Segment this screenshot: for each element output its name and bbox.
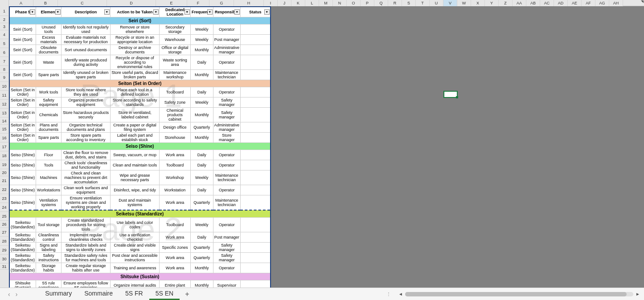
- cell[interactable]: Work area: [160, 232, 191, 242]
- cell[interactable]: [241, 242, 271, 252]
- cell[interactable]: [241, 45, 271, 55]
- column-header-AD[interactable]: AD: [554, 0, 568, 6]
- cell[interactable]: Storehouse: [160, 133, 191, 143]
- cell[interactable]: [241, 133, 271, 143]
- column-header-K[interactable]: K: [291, 0, 305, 6]
- cell[interactable]: Safety instructions: [36, 252, 62, 263]
- row-header-5[interactable]: 5: [0, 39, 9, 48]
- cell[interactable]: Organize protective equipment: [62, 97, 111, 108]
- row-header-1[interactable]: 1: [0, 6, 9, 16]
- cell[interactable]: [241, 24, 271, 35]
- cell[interactable]: Training and awareness: [111, 263, 160, 273]
- column-header-AG[interactable]: AG: [595, 0, 609, 6]
- row-header-20[interactable]: 20: [0, 169, 9, 176]
- column-header-S[interactable]: S: [402, 0, 416, 6]
- row-header-21[interactable]: 21: [0, 176, 9, 185]
- cell[interactable]: Operator: [213, 24, 241, 35]
- cell[interactable]: Operator: [213, 160, 241, 170]
- cell[interactable]: Secondary storage: [160, 24, 191, 35]
- cell[interactable]: Floor: [36, 150, 62, 160]
- column-header-AE[interactable]: AE: [568, 0, 582, 6]
- cell[interactable]: Chemicals: [36, 108, 62, 122]
- row-header-31[interactable]: 31: [0, 264, 9, 270]
- filter-dropdown-icon[interactable]: ▾: [30, 9, 35, 15]
- data-table[interactable]: Phase 5▾Element▾Description▾Action to be…: [9, 6, 271, 288]
- cell[interactable]: Weekly: [191, 170, 213, 185]
- cell[interactable]: Seiton (Set in Order): [9, 108, 36, 122]
- table-row[interactable]: Seiso (Shine)MachinesCheck and clean mac…: [9, 170, 271, 185]
- column-header-A[interactable]: A: [9, 0, 33, 6]
- table-row[interactable]: Seiso (Shine)FloorClean the floor to rem…: [9, 150, 271, 160]
- cell[interactable]: Post clear and accessible instructions: [111, 252, 160, 263]
- table-row[interactable]: Seiri (Sort)Unused toolsIdentify tools n…: [9, 24, 271, 35]
- cell[interactable]: Excess materials: [36, 35, 62, 45]
- cell[interactable]: Organize technical documents and plans: [62, 122, 111, 133]
- row-header-25[interactable]: 25: [0, 212, 9, 221]
- row-header-30[interactable]: 30: [0, 255, 9, 264]
- cell[interactable]: Store spare parts according to inventory: [62, 133, 111, 143]
- filter-dropdown-icon[interactable]: ▾: [55, 9, 61, 15]
- cell[interactable]: Monthly: [191, 280, 213, 288]
- row-header-19[interactable]: 19: [0, 160, 9, 169]
- cell[interactable]: Store manager: [213, 133, 241, 143]
- cell[interactable]: Spare parts: [36, 133, 62, 143]
- column-header-P[interactable]: P: [361, 0, 374, 6]
- cell[interactable]: Seiketsu (Standardize): [9, 217, 36, 232]
- cell[interactable]: Seiketsu (Standardize): [9, 242, 36, 252]
- column-header-I[interactable]: I: [264, 0, 278, 6]
- tab-next-icon[interactable]: ›: [16, 291, 18, 298]
- cell[interactable]: Waste sorting area: [160, 55, 191, 70]
- cell[interactable]: Tools: [36, 160, 62, 170]
- cell[interactable]: Monthly: [191, 263, 213, 273]
- row-header-22[interactable]: 22: [0, 185, 9, 194]
- cell[interactable]: [241, 70, 271, 80]
- row-header-27[interactable]: 27: [0, 228, 9, 237]
- cell[interactable]: Standardize labels and signs to identify…: [62, 242, 111, 252]
- cell[interactable]: Seiso (Shine): [9, 195, 36, 211]
- cell[interactable]: [241, 252, 271, 263]
- table-row[interactable]: Seiso (Shine)ToolsCheck tools' cleanline…: [9, 160, 271, 170]
- table-row[interactable]: Seiketsu (Standardize)Cleanliness contro…: [9, 232, 271, 242]
- cell[interactable]: Safety equipment: [36, 97, 62, 108]
- cell[interactable]: Seiri (Sort): [9, 35, 36, 45]
- cell[interactable]: Label each part and establish stock: [111, 133, 160, 143]
- row-header-14[interactable]: 14: [0, 118, 9, 125]
- cell[interactable]: Design office: [160, 122, 191, 133]
- column-header-AC[interactable]: AC: [540, 0, 554, 6]
- cell[interactable]: Sort unused documents: [62, 45, 111, 55]
- cell[interactable]: Seiton (Set in Order): [9, 133, 36, 143]
- cell[interactable]: [241, 35, 271, 45]
- row-header-10[interactable]: 10: [0, 82, 9, 91]
- cell[interactable]: Administrative manager: [213, 45, 241, 55]
- cell[interactable]: [241, 195, 271, 211]
- cell[interactable]: Ventilation systems: [36, 195, 62, 211]
- cell[interactable]: Safety manager: [213, 242, 241, 252]
- cell[interactable]: Seiton (Set in Order): [9, 87, 36, 97]
- scroll-triangle-icon[interactable]: [639, 0, 644, 5]
- cell[interactable]: Warehouse: [160, 35, 191, 45]
- cell[interactable]: Use a verification checklist: [111, 232, 160, 242]
- column-header-cell[interactable]: Description▾: [62, 7, 111, 17]
- sheet-tab[interactable]: 5S EN: [149, 288, 180, 300]
- sheet-tab[interactable]: Summary: [39, 288, 78, 300]
- cell[interactable]: Storage habits: [36, 263, 62, 273]
- row-header-2[interactable]: 2: [0, 16, 9, 23]
- cell[interactable]: Daily: [191, 185, 213, 195]
- tab-menu-icon[interactable]: ⋮: [383, 292, 394, 296]
- row-header-4[interactable]: 4: [0, 30, 9, 39]
- cell[interactable]: Post manager: [213, 232, 241, 242]
- cell[interactable]: Maintenance technician: [213, 170, 241, 185]
- cell[interactable]: Create a paper or digital filing system: [111, 122, 160, 133]
- cell[interactable]: Create regular storage habits after use: [62, 263, 111, 273]
- row-header-8[interactable]: 8: [0, 66, 9, 73]
- column-header-cell[interactable]: Frequency▾: [191, 7, 213, 17]
- cell[interactable]: [241, 232, 271, 242]
- cell[interactable]: Operator: [213, 217, 241, 232]
- column-header-AF[interactable]: AF: [582, 0, 595, 6]
- row-header-24[interactable]: 24: [0, 203, 9, 212]
- cell[interactable]: Supervisor: [213, 280, 241, 288]
- cell[interactable]: Seiso (Shine): [9, 185, 36, 195]
- cell[interactable]: Store according to safety standards: [111, 97, 160, 108]
- cell[interactable]: Maintenance workshop: [160, 70, 191, 80]
- cell[interactable]: Destroy or archive documents: [111, 45, 160, 55]
